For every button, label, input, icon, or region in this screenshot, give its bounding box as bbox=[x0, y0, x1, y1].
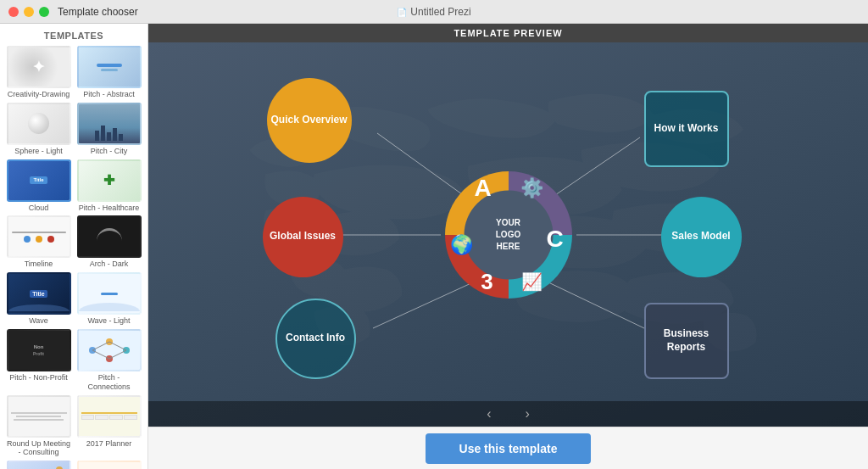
maximize-button[interactable] bbox=[39, 7, 49, 17]
template-thumb-nonprofit[interactable]: Non Profit bbox=[7, 329, 71, 371]
template-thumb-sphere-linear[interactable]: Email bbox=[77, 461, 142, 469]
template-thumb-roundup[interactable] bbox=[7, 395, 71, 438]
template-thumb-planner[interactable] bbox=[77, 395, 142, 438]
template-label: Timeline bbox=[25, 260, 53, 269]
svg-line-4 bbox=[92, 342, 109, 350]
template-label: Pitch - Healthcare bbox=[79, 204, 140, 213]
svg-line-7 bbox=[92, 350, 109, 359]
template-item-around-topic[interactable]: Around a Topic bbox=[5, 461, 72, 469]
traffic-lights bbox=[8, 7, 49, 17]
template-item-sphere-light[interactable]: Sphere - Light bbox=[5, 103, 72, 156]
template-thumb-pitch-healthcare[interactable]: ✚ bbox=[77, 159, 142, 202]
template-grid: ✦ Creativity-Drawing Pitch - Abstract bbox=[0, 46, 147, 469]
template-thumb-sphere-light[interactable] bbox=[7, 103, 71, 145]
template-label: Wave bbox=[29, 316, 48, 326]
svg-line-6 bbox=[109, 350, 126, 359]
svg-line-13 bbox=[547, 282, 644, 328]
template-item-nonprofit[interactable]: Non Profit Pitch - Non-Profit bbox=[5, 329, 72, 392]
tab-bar: 📄 Untitled Prezi bbox=[387, 0, 481, 24]
template-label: 2017 Planner bbox=[86, 439, 132, 449]
bubble-contact-info: Contact Info bbox=[275, 299, 356, 379]
template-thumb-wave[interactable]: Title bbox=[7, 272, 71, 315]
close-button[interactable] bbox=[8, 7, 19, 17]
template-item-pitch-city[interactable]: Pitch - City bbox=[75, 103, 142, 156]
template-label: Pitch - City bbox=[91, 147, 128, 156]
sidebar-header: TEMPLATES bbox=[0, 24, 147, 46]
template-thumb-timeline[interactable] bbox=[7, 215, 71, 258]
template-thumb-arch-dark[interactable] bbox=[77, 215, 142, 258]
preview-container: Quick Overview How it Works Global Issue… bbox=[148, 42, 868, 427]
template-item-wave[interactable]: Title Wave bbox=[5, 272, 72, 326]
bottom-bar: Use this template bbox=[148, 427, 868, 469]
template-thumb-pitch-abstract[interactable] bbox=[77, 46, 142, 88]
template-label: Round Up Meeting - Consulting bbox=[7, 439, 71, 458]
bubble-business-reports: Business Reports bbox=[644, 303, 729, 379]
segment-globe-icon: 🌍 bbox=[450, 234, 473, 256]
template-label: Pitch - Connections bbox=[77, 373, 142, 392]
bubble-how-it-works: How it Works bbox=[644, 91, 729, 167]
template-label: Creativity-Drawing bbox=[8, 90, 70, 99]
bubble-sales-model: Sales Model bbox=[661, 197, 742, 277]
template-label: Cloud bbox=[29, 204, 49, 213]
prev-slide-button[interactable]: ‹ bbox=[478, 406, 499, 422]
next-slide-button[interactable]: › bbox=[517, 406, 538, 422]
template-thumb-around-topic[interactable] bbox=[7, 461, 71, 469]
template-thumb-connections[interactable] bbox=[77, 329, 142, 371]
segment-gear-icon: ⚙️ bbox=[520, 177, 543, 199]
use-template-button[interactable]: Use this template bbox=[426, 433, 592, 464]
template-thumb-wave-light[interactable] bbox=[77, 272, 142, 315]
template-item-planner[interactable]: 2017 Planner bbox=[75, 395, 142, 458]
template-item-creativity[interactable]: ✦ Creativity-Drawing bbox=[5, 46, 72, 99]
template-item-connections[interactable]: Pitch - Connections bbox=[75, 329, 142, 392]
preview-header: TEMPLATE PREVIEW bbox=[148, 24, 868, 42]
template-label: Pitch - Abstract bbox=[83, 90, 135, 99]
tab-untitled-prezi[interactable]: 📄 Untitled Prezi bbox=[387, 6, 481, 18]
template-thumb-cloud[interactable]: Title bbox=[7, 159, 71, 202]
content-area: TEMPLATE PREVIEW bbox=[148, 24, 868, 469]
template-thumb-creativity[interactable]: ✦ bbox=[7, 46, 71, 88]
bubble-global-issues: Global Issues bbox=[263, 197, 343, 277]
template-label: Pitch - Non-Profit bbox=[9, 373, 68, 382]
template-item-arch-dark[interactable]: Arch - Dark bbox=[75, 215, 142, 269]
main-container: TEMPLATES ✦ Creativity-Drawing bbox=[0, 24, 868, 469]
svg-line-5 bbox=[109, 342, 126, 350]
template-label: Arch - Dark bbox=[90, 260, 129, 269]
template-label: Wave - Light bbox=[87, 316, 130, 326]
template-item-sphere-linear[interactable]: Email Sphere Linear - Light bbox=[75, 461, 142, 469]
template-item-cloud[interactable]: Title Cloud bbox=[5, 159, 72, 213]
template-item-pitch-healthcare[interactable]: ✚ Pitch - Healthcare bbox=[75, 159, 142, 213]
template-item-wave-light[interactable]: Wave - Light bbox=[75, 272, 142, 326]
template-item-timeline[interactable]: Timeline bbox=[5, 215, 72, 269]
slide-nav-bar: ‹ › bbox=[148, 401, 868, 427]
segment-label-a: A bbox=[474, 175, 491, 202]
bubble-quick-overview: Quick Overview bbox=[267, 78, 352, 163]
template-item-pitch-abstract[interactable]: Pitch - Abstract bbox=[75, 46, 142, 99]
title-bar: Template chooser 📄 Untitled Prezi bbox=[0, 0, 868, 24]
segment-label-c: C bbox=[546, 226, 563, 253]
minimize-button[interactable] bbox=[24, 7, 34, 17]
center-logo-circle: YOURLOGOHERE bbox=[464, 190, 553, 279]
tab-label: Untitled Prezi bbox=[410, 6, 470, 18]
segment-label-3: 3 bbox=[481, 268, 492, 294]
segment-chart-icon: 📈 bbox=[521, 271, 542, 292]
window-title: Template chooser bbox=[58, 6, 138, 18]
slide-background: Quick Overview How it Works Global Issue… bbox=[148, 42, 868, 427]
template-thumb-pitch-city[interactable] bbox=[77, 103, 142, 145]
diagram: Quick Overview How it Works Global Issue… bbox=[254, 65, 763, 405]
template-label: Sphere - Light bbox=[14, 147, 63, 156]
svg-line-12 bbox=[373, 282, 475, 328]
template-item-roundup[interactable]: Round Up Meeting - Consulting bbox=[5, 395, 72, 458]
sidebar: TEMPLATES ✦ Creativity-Drawing bbox=[0, 24, 148, 469]
